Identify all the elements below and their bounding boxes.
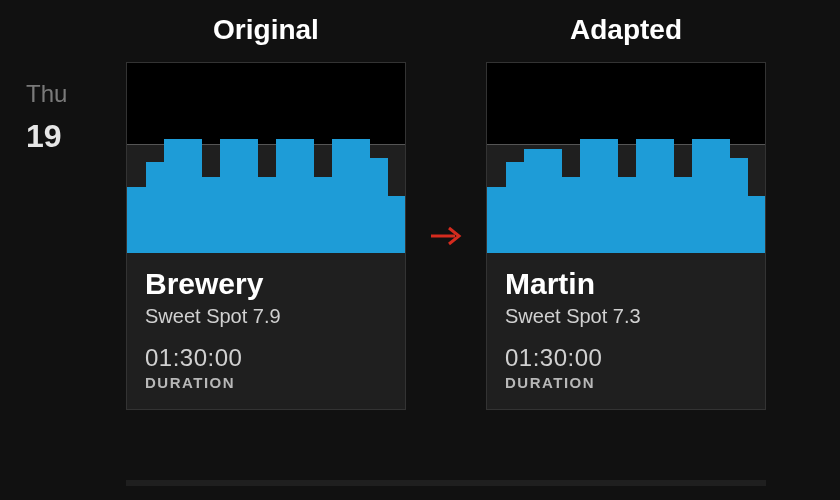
arrow-icon xyxy=(406,225,486,247)
next-card-peek xyxy=(126,480,766,486)
date-column: Thu 19 xyxy=(26,80,67,155)
column-header-original: Original xyxy=(126,14,406,46)
workout-subtitle: Sweet Spot 7.3 xyxy=(505,305,747,328)
workout-duration: 01:30:00 xyxy=(505,344,747,372)
workout-duration-label: DURATION xyxy=(505,374,747,391)
workout-subtitle: Sweet Spot 7.9 xyxy=(145,305,387,328)
day-number: 19 xyxy=(26,118,67,155)
workout-chart-adapted xyxy=(487,63,765,253)
day-abbr: Thu xyxy=(26,80,67,108)
workout-duration: 01:30:00 xyxy=(145,344,387,372)
workout-title: Martin xyxy=(505,267,747,301)
workout-title: Brewery xyxy=(145,267,387,301)
workout-card-adapted[interactable]: Martin Sweet Spot 7.3 01:30:00 DURATION xyxy=(486,62,766,410)
workout-chart-original xyxy=(127,63,405,253)
column-header-adapted: Adapted xyxy=(486,14,766,46)
workout-duration-label: DURATION xyxy=(145,374,387,391)
workout-card-original[interactable]: Brewery Sweet Spot 7.9 01:30:00 DURATION xyxy=(126,62,406,410)
